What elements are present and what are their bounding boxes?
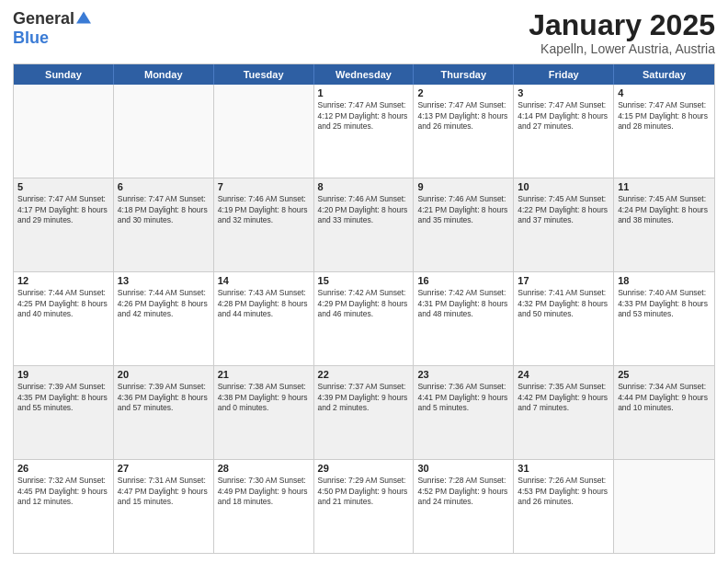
logo-icon [76,10,91,25]
day-info-4-5: Sunrise: 7:26 AM Sunset: 4:53 PM Dayligh… [518,476,609,507]
day-info-3-2: Sunrise: 7:38 AM Sunset: 4:38 PM Dayligh… [218,382,310,413]
cal-cell-1-4: 9Sunrise: 7:46 AM Sunset: 4:21 PM Daylig… [414,178,514,271]
cal-row-3: 19Sunrise: 7:39 AM Sunset: 4:35 PM Dayli… [14,365,714,459]
cal-cell-0-6: 4Sunrise: 7:47 AM Sunset: 4:15 PM Daylig… [614,85,714,178]
day-info-1-5: Sunrise: 7:45 AM Sunset: 4:22 PM Dayligh… [518,194,609,225]
day-number-4-3: 29 [318,463,410,474]
main-container: General Blue January 2025 Kapelln, Lower… [0,0,728,563]
header-tuesday: Tuesday [214,64,314,85]
day-info-0-4: Sunrise: 7:47 AM Sunset: 4:13 PM Dayligh… [417,100,509,132]
cal-cell-4-3: 29Sunrise: 7:29 AM Sunset: 4:50 PM Dayli… [314,460,415,553]
day-info-3-6: Sunrise: 7:34 AM Sunset: 4:44 PM Dayligh… [618,382,711,413]
calendar: Sunday Monday Tuesday Wednesday Thursday… [13,63,715,554]
cal-cell-4-0: 26Sunrise: 7:32 AM Sunset: 4:45 PM Dayli… [14,460,114,553]
calendar-body: 1Sunrise: 7:47 AM Sunset: 4:12 PM Daylig… [14,85,714,553]
day-number-1-1: 6 [118,181,210,192]
day-info-1-2: Sunrise: 7:46 AM Sunset: 4:19 PM Dayligh… [218,194,310,225]
day-number-1-2: 7 [218,181,310,192]
day-number-1-6: 11 [618,181,711,192]
header-saturday: Saturday [614,64,714,85]
cal-cell-3-1: 20Sunrise: 7:39 AM Sunset: 4:36 PM Dayli… [114,366,214,459]
cal-cell-3-4: 23Sunrise: 7:36 AM Sunset: 4:41 PM Dayli… [414,366,514,459]
day-info-0-3: Sunrise: 7:47 AM Sunset: 4:12 PM Dayligh… [318,100,410,132]
cal-cell-3-5: 24Sunrise: 7:35 AM Sunset: 4:42 PM Dayli… [514,366,614,459]
day-number-1-0: 5 [17,181,109,192]
day-number-2-6: 18 [618,275,711,286]
day-info-0-5: Sunrise: 7:47 AM Sunset: 4:14 PM Dayligh… [518,100,609,132]
day-number-4-0: 26 [17,463,109,474]
logo-general-text: General [13,9,74,29]
cal-row-0: 1Sunrise: 7:47 AM Sunset: 4:12 PM Daylig… [14,85,714,178]
cal-cell-1-0: 5Sunrise: 7:47 AM Sunset: 4:17 PM Daylig… [14,178,114,271]
day-info-0-6: Sunrise: 7:47 AM Sunset: 4:15 PM Dayligh… [618,100,711,132]
header-sunday: Sunday [14,64,114,85]
day-info-2-4: Sunrise: 7:42 AM Sunset: 4:31 PM Dayligh… [417,288,509,319]
day-info-2-2: Sunrise: 7:43 AM Sunset: 4:28 PM Dayligh… [218,288,310,319]
header-friday: Friday [514,64,614,85]
day-info-1-3: Sunrise: 7:46 AM Sunset: 4:20 PM Dayligh… [318,194,410,225]
month-title: January 2025 [529,9,715,41]
day-number-0-3: 1 [318,87,410,98]
day-number-3-2: 21 [218,369,310,380]
cal-cell-1-2: 7Sunrise: 7:46 AM Sunset: 4:19 PM Daylig… [214,178,314,271]
cal-row-4: 26Sunrise: 7:32 AM Sunset: 4:45 PM Dayli… [14,459,714,553]
cal-cell-4-6 [614,460,714,553]
svg-marker-0 [76,11,91,23]
day-info-1-4: Sunrise: 7:46 AM Sunset: 4:21 PM Dayligh… [417,194,509,225]
logo-blue-text: Blue [13,29,49,48]
day-number-2-2: 14 [218,275,310,286]
day-info-4-3: Sunrise: 7:29 AM Sunset: 4:50 PM Dayligh… [318,476,410,507]
day-number-2-5: 17 [518,275,609,286]
title-area: January 2025 Kapelln, Lower Austria, Aus… [529,9,715,56]
day-info-2-1: Sunrise: 7:44 AM Sunset: 4:26 PM Dayligh… [118,288,210,319]
cal-cell-1-6: 11Sunrise: 7:45 AM Sunset: 4:24 PM Dayli… [614,178,714,271]
day-info-1-0: Sunrise: 7:47 AM Sunset: 4:17 PM Dayligh… [17,194,109,225]
cal-cell-1-1: 6Sunrise: 7:47 AM Sunset: 4:18 PM Daylig… [114,178,214,271]
day-info-4-4: Sunrise: 7:28 AM Sunset: 4:52 PM Dayligh… [417,476,509,507]
cal-cell-2-4: 16Sunrise: 7:42 AM Sunset: 4:31 PM Dayli… [414,272,514,365]
day-number-1-3: 8 [318,181,410,192]
calendar-header: Sunday Monday Tuesday Wednesday Thursday… [14,64,714,85]
day-info-3-0: Sunrise: 7:39 AM Sunset: 4:35 PM Dayligh… [17,382,109,413]
day-number-2-0: 12 [17,275,109,286]
cal-cell-2-6: 18Sunrise: 7:40 AM Sunset: 4:33 PM Dayli… [614,272,714,365]
day-info-1-1: Sunrise: 7:47 AM Sunset: 4:18 PM Dayligh… [118,194,210,225]
cal-cell-2-2: 14Sunrise: 7:43 AM Sunset: 4:28 PM Dayli… [214,272,314,365]
day-number-3-5: 24 [518,369,609,380]
day-number-3-3: 22 [318,369,410,380]
cal-cell-4-5: 31Sunrise: 7:26 AM Sunset: 4:53 PM Dayli… [514,460,614,553]
day-info-3-1: Sunrise: 7:39 AM Sunset: 4:36 PM Dayligh… [118,382,210,413]
cal-cell-4-4: 30Sunrise: 7:28 AM Sunset: 4:52 PM Dayli… [414,460,514,553]
cal-cell-4-1: 27Sunrise: 7:31 AM Sunset: 4:47 PM Dayli… [114,460,214,553]
day-number-3-4: 23 [417,369,509,380]
day-number-4-5: 31 [518,463,609,474]
cal-cell-0-0 [14,85,114,178]
day-number-0-4: 2 [417,87,509,98]
day-number-0-6: 4 [618,87,711,98]
day-info-3-5: Sunrise: 7:35 AM Sunset: 4:42 PM Dayligh… [518,382,609,413]
day-info-1-6: Sunrise: 7:45 AM Sunset: 4:24 PM Dayligh… [618,194,711,225]
day-number-1-5: 10 [518,181,609,192]
day-info-4-2: Sunrise: 7:30 AM Sunset: 4:49 PM Dayligh… [218,476,310,507]
day-info-2-5: Sunrise: 7:41 AM Sunset: 4:32 PM Dayligh… [518,288,609,319]
header-monday: Monday [114,64,214,85]
cal-cell-3-3: 22Sunrise: 7:37 AM Sunset: 4:39 PM Dayli… [314,366,415,459]
cal-cell-1-5: 10Sunrise: 7:45 AM Sunset: 4:22 PM Dayli… [514,178,614,271]
location-subtitle: Kapelln, Lower Austria, Austria [529,41,715,56]
cal-cell-0-3: 1Sunrise: 7:47 AM Sunset: 4:12 PM Daylig… [314,85,415,178]
day-number-4-2: 28 [218,463,310,474]
cal-row-2: 12Sunrise: 7:44 AM Sunset: 4:25 PM Dayli… [14,271,714,365]
day-number-3-1: 20 [118,369,210,380]
day-number-4-1: 27 [118,463,210,474]
cal-cell-0-1 [114,85,214,178]
cal-cell-3-6: 25Sunrise: 7:34 AM Sunset: 4:44 PM Dayli… [614,366,714,459]
cal-cell-2-0: 12Sunrise: 7:44 AM Sunset: 4:25 PM Dayli… [14,272,114,365]
day-info-2-6: Sunrise: 7:40 AM Sunset: 4:33 PM Dayligh… [618,288,711,319]
day-number-4-4: 30 [417,463,509,474]
day-number-3-6: 25 [618,369,711,380]
cal-row-1: 5Sunrise: 7:47 AM Sunset: 4:17 PM Daylig… [14,178,714,271]
day-number-0-5: 3 [518,87,609,98]
day-info-2-3: Sunrise: 7:42 AM Sunset: 4:29 PM Dayligh… [318,288,410,319]
cal-cell-0-4: 2Sunrise: 7:47 AM Sunset: 4:13 PM Daylig… [414,85,514,178]
day-info-3-3: Sunrise: 7:37 AM Sunset: 4:39 PM Dayligh… [318,382,410,413]
